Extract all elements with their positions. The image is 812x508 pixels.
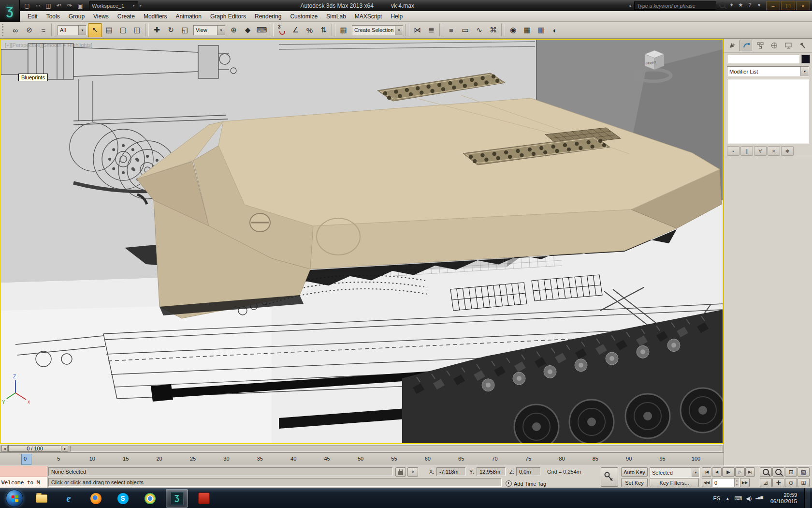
time-slider-track[interactable] <box>70 446 722 452</box>
select-and-link-icon[interactable]: ∞ <box>8 23 22 37</box>
infocenter-search-input[interactable] <box>634 1 716 10</box>
spinner-snap-toggle-icon[interactable]: ⇅ <box>317 23 331 37</box>
spinner-up-icon[interactable]: ▲ <box>734 478 739 483</box>
menu-graph-editors[interactable]: Graph Editors <box>206 13 250 20</box>
workspace-flyout-arrow-icon[interactable]: ▸ <box>140 3 142 8</box>
y-coordinate-field[interactable]: 12,958m <box>477 467 506 476</box>
menu-create[interactable]: Create <box>113 13 139 20</box>
key-mode-dropdown[interactable]: Selected ▼ <box>650 467 700 478</box>
use-pivot-point-icon[interactable]: ⊕ <box>227 23 241 37</box>
configure-modifier-sets-button[interactable]: ✱ <box>781 146 794 156</box>
percent-snap-toggle-icon[interactable]: % <box>303 23 317 37</box>
motion-tab[interactable] <box>768 40 781 51</box>
rectangular-selection-region-icon[interactable]: ▢ <box>116 23 130 37</box>
show-desktop-button[interactable] <box>804 488 810 508</box>
internet-explorer-taskbar-button[interactable] <box>58 489 80 508</box>
track-bar[interactable]: 0510152025303540455055606570758085909510… <box>0 453 724 465</box>
time-slider-prev-arrow[interactable]: ◂ <box>1 445 8 452</box>
angle-snap-toggle-icon[interactable]: ∠ <box>289 23 303 37</box>
previous-frame-button[interactable]: ◀ <box>712 467 722 477</box>
rendered-frame-window-icon[interactable]: ▥ <box>534 23 548 37</box>
render-production-icon[interactable]: ◐ <box>548 23 562 37</box>
time-slider-handle[interactable]: 0 / 100 <box>8 445 61 452</box>
set-key-button[interactable]: Set Key <box>621 478 648 487</box>
select-and-manipulate-icon[interactable]: ◆ <box>241 23 255 37</box>
menu-simlab[interactable]: SimLab <box>322 13 350 20</box>
help-dropdown-arrow-icon[interactable]: ▾ <box>754 2 764 9</box>
time-slider[interactable]: ◂ 0 / 100 ▸ <box>0 444 724 453</box>
bind-to-space-warp-icon[interactable]: ≈ <box>36 23 50 37</box>
zoom-region-icon[interactable]: ▧ <box>798 467 810 477</box>
utilities-tab[interactable] <box>796 40 809 51</box>
key-filters-button[interactable]: Key Filters... <box>650 478 699 487</box>
set-key-mode-button[interactable] <box>601 467 618 487</box>
listener-lane[interactable]: Welcome to M <box>0 477 47 488</box>
3dsmax-taskbar-button[interactable] <box>166 489 188 508</box>
frame-spinner[interactable]: ▲ ▼ <box>734 478 739 487</box>
time-slider-next-arrow[interactable]: ▸ <box>62 445 68 452</box>
field-of-view-icon[interactable]: ⊿ <box>760 478 772 487</box>
selection-filter-dropdown[interactable]: All▼ <box>58 25 87 35</box>
help-icon[interactable]: ? <box>745 2 754 9</box>
menu-rendering[interactable]: Rendering <box>250 13 286 20</box>
zoom-extents-icon[interactable]: ⊡ <box>785 467 797 477</box>
menu-views[interactable]: Views <box>89 13 113 20</box>
select-and-rotate-icon[interactable]: ↻ <box>164 23 178 37</box>
favorites-star-icon[interactable]: ★ <box>736 2 745 9</box>
red-app-taskbar-button[interactable] <box>193 489 215 508</box>
hidden-icons-arrow[interactable]: ▴ <box>725 495 730 502</box>
spinner-down-icon[interactable]: ▼ <box>734 483 739 487</box>
perspective-viewport[interactable]: FRONT Z x Y [+][Perspective][Smooth + Hi… <box>0 39 724 444</box>
menu-customize[interactable]: Customize <box>286 13 322 20</box>
viewport-canvas[interactable]: FRONT Z x Y <box>1 40 723 443</box>
new-file-icon[interactable]: ▢ <box>22 1 32 10</box>
language-indicator[interactable]: ES <box>713 495 721 501</box>
add-time-tag[interactable]: Add Time Tag <box>506 479 546 488</box>
display-tab[interactable] <box>782 40 795 51</box>
menu-maxscript[interactable]: MAXScript <box>350 13 387 20</box>
next-key-button[interactable]: ▶▶ <box>740 478 750 487</box>
mirror-icon[interactable]: ⋈ <box>410 23 424 37</box>
keyboard-shortcut-override-icon[interactable]: ⌨ <box>255 23 269 37</box>
hierarchy-tab[interactable] <box>754 40 767 51</box>
modify-tab[interactable] <box>740 40 753 51</box>
network-tray-icon[interactable]: ▂▄▆ <box>755 495 763 502</box>
reference-coordinate-dropdown[interactable]: View▼ <box>193 25 225 35</box>
window-crossing-icon[interactable]: ◫ <box>130 23 144 37</box>
named-selection-sets-dropdown[interactable]: Create Selection Se▼ <box>352 25 403 35</box>
application-menu-button[interactable]: Ʒ <box>0 0 20 22</box>
modifier-stack-list[interactable] <box>727 79 809 144</box>
modifier-list-dropdown[interactable]: Modifier List ▼ <box>727 66 809 76</box>
previous-key-button[interactable]: ◀◀ <box>702 478 711 487</box>
current-frame-field[interactable]: 0 ▲ ▼ <box>712 478 740 487</box>
skype-taskbar-button[interactable] <box>112 489 134 508</box>
workspace-dropdown[interactable]: Workspace_1 ▼ <box>89 1 138 10</box>
make-unique-button[interactable]: ∀ <box>754 146 767 156</box>
search-icon[interactable] <box>718 2 727 9</box>
zoom-all-icon[interactable] <box>772 467 784 477</box>
menu-help[interactable]: Help <box>386 13 407 20</box>
start-button[interactable] <box>6 490 23 507</box>
object-name-input[interactable] <box>727 55 799 63</box>
close-button[interactable]: × <box>796 1 810 10</box>
schematic-view-icon[interactable]: ⌘ <box>486 23 500 37</box>
ribbon-toggle-icon[interactable]: ▭ <box>458 23 472 37</box>
volume-tray-icon[interactable]: ◀) <box>746 495 752 502</box>
menu-tools[interactable]: Tools <box>42 13 64 20</box>
edit-named-selection-sets-icon[interactable]: ▦ <box>336 23 350 37</box>
auto-key-button[interactable]: Auto Key <box>621 467 648 477</box>
selection-lock-toggle[interactable] <box>395 467 406 477</box>
select-and-move-icon[interactable]: ✚ <box>150 23 164 37</box>
viewport-label[interactable]: [+][Perspective][Smooth + Highlights] <box>5 42 92 48</box>
taskbar-clock[interactable]: 20:59 06/10/2015 <box>770 492 797 505</box>
remove-modifier-button[interactable]: ✕ <box>768 146 780 156</box>
menu-animation[interactable]: Animation <box>172 13 206 20</box>
orbit-icon[interactable]: ⊙ <box>785 478 797 487</box>
go-to-start-button[interactable]: |◀ <box>702 467 711 477</box>
menu-edit[interactable]: Edit <box>23 13 42 20</box>
project-folder-icon[interactable]: ▣ <box>75 1 85 10</box>
save-file-icon[interactable]: ◫ <box>44 1 53 10</box>
menu-modifiers[interactable]: Modifiers <box>139 13 172 20</box>
material-editor-icon[interactable]: ◉ <box>506 23 520 37</box>
firefox-taskbar-button[interactable] <box>85 489 107 508</box>
